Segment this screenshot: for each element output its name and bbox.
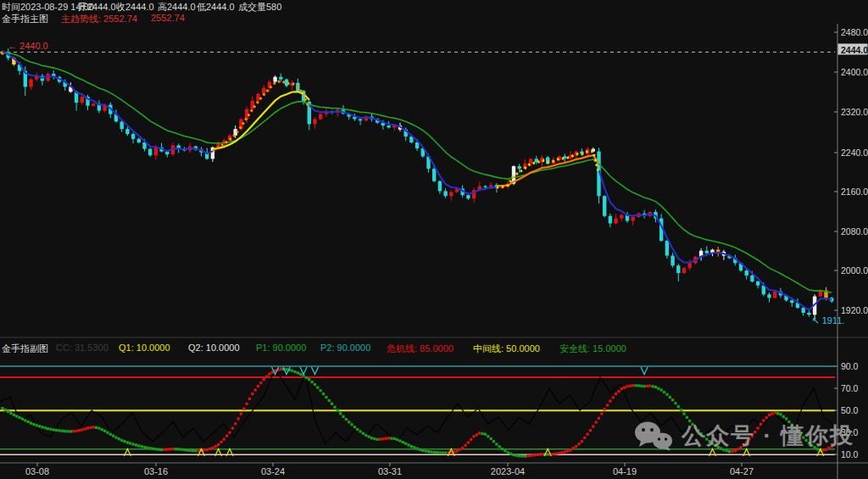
candle-body — [705, 251, 709, 253]
slow-trend-line — [3, 52, 832, 292]
osc-tick: 10.0 — [841, 449, 859, 460]
date-tick: 04-19 — [613, 466, 637, 476]
date-tick: 2023-04 — [491, 466, 525, 476]
price-tick: 2160.0 — [841, 187, 868, 197]
aux-black-line — [0, 369, 834, 444]
candle-body — [620, 215, 623, 219]
osc-tick: 50.0 — [841, 405, 859, 415]
chart-canvas[interactable]: ← 2440.0↖ 1911.2480.02400.02320.02240.02… — [0, 0, 868, 479]
date-tick: 03-24 — [261, 466, 285, 476]
candle-body — [670, 256, 674, 266]
price-tick: 2480.0 — [841, 27, 868, 37]
candle-body — [359, 119, 362, 120]
date-tick: 03-16 — [144, 466, 168, 476]
candle-body — [279, 77, 282, 80]
candle-body — [81, 97, 84, 103]
candle-body — [120, 121, 124, 129]
candle-body — [483, 187, 487, 187]
candle-body — [29, 80, 32, 87]
candle-body — [676, 265, 680, 273]
date-tick: 03-08 — [25, 466, 49, 476]
sell-marker — [312, 367, 319, 375]
candle-body — [432, 169, 436, 181]
osc-tick: 90.0 — [841, 361, 859, 371]
candle-body — [716, 250, 720, 252]
candle-body — [665, 241, 669, 256]
candle-body — [767, 294, 771, 298]
candle-body — [603, 196, 606, 215]
price-tick: 2400.0 — [841, 67, 868, 77]
candle-body — [745, 270, 748, 276]
price-tick: 2000.0 — [841, 265, 868, 276]
osc-tick: 30.0 — [841, 427, 859, 437]
candle-body — [518, 166, 521, 169]
candle-body — [790, 300, 793, 303]
candle-body — [92, 103, 95, 105]
candle-body — [154, 148, 158, 155]
candle-body — [449, 192, 453, 197]
candle-body — [756, 281, 760, 286]
candle-body — [614, 219, 617, 224]
candle-body — [750, 276, 754, 281]
svg-text:← 2440.0: ← 2440.0 — [8, 41, 48, 51]
candle-body — [148, 149, 152, 156]
sell-marker — [641, 367, 648, 375]
candle-body — [443, 191, 447, 196]
candle-body — [387, 125, 390, 127]
candle-body — [273, 77, 276, 82]
date-tick: 04-27 — [730, 466, 754, 476]
ma-lines — [3, 52, 832, 309]
low-price-label: ↖ 1911. — [811, 315, 844, 326]
osc-tick: 70.0 — [841, 383, 859, 393]
price-tick: 2080.0 — [841, 226, 868, 237]
candle-body — [125, 129, 129, 134]
svg-text:↖ 1911.: ↖ 1911. — [811, 315, 844, 326]
cc-beaded-line — [1, 368, 832, 458]
date-tick: 03-31 — [378, 466, 402, 476]
last-price-chip: 2444.0 — [841, 45, 868, 55]
candle-body — [773, 292, 776, 298]
trading-terminal: { "header_row1": { "items": [ {"text": "… — [0, 0, 868, 479]
candle-body — [313, 119, 316, 124]
candles — [1, 48, 834, 319]
candle-body — [319, 114, 322, 120]
candle-body — [682, 268, 686, 273]
fast-trend-line — [599, 170, 832, 309]
price-tick: 2240.0 — [841, 148, 868, 158]
candle-body — [251, 101, 254, 109]
candle-body — [807, 313, 810, 315]
candle-body — [632, 217, 635, 221]
candle-body — [802, 308, 805, 313]
fast-trend-line — [3, 52, 213, 153]
candle-body — [256, 94, 259, 101]
candle-body — [609, 216, 612, 224]
candle-body — [137, 139, 141, 142]
candle-body — [131, 134, 135, 139]
uptrend-solid-line — [213, 92, 309, 149]
fast-trend-line — [309, 105, 497, 194]
price-tick: 2320.0 — [841, 107, 868, 117]
candle-body — [262, 88, 265, 94]
price-tick: 1920.0 — [841, 305, 868, 315]
candle-body — [438, 181, 442, 192]
candle-body — [529, 159, 532, 164]
candle-body — [466, 195, 470, 198]
candle-body — [415, 142, 419, 148]
reference-line-2440: ← 2440.0 — [0, 41, 835, 52]
candle-body — [688, 263, 692, 268]
